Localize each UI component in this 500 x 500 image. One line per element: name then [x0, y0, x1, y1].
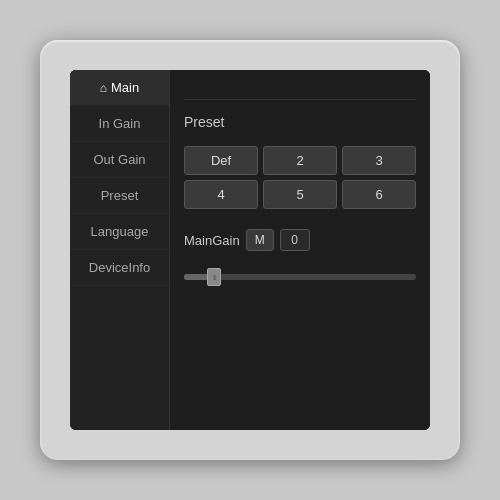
- preset-btn-def[interactable]: Def: [184, 146, 258, 175]
- preset-btn-4[interactable]: 4: [184, 180, 258, 209]
- sidebar-item-in-gain[interactable]: In Gain: [70, 106, 169, 142]
- top-bar: [184, 82, 416, 100]
- device-frame: ⌂ Main In Gain Out Gain Preset Language …: [40, 40, 460, 460]
- slider-thumb[interactable]: [207, 268, 221, 286]
- preset-btn-6[interactable]: 6: [342, 180, 416, 209]
- preset-section-label: Preset: [184, 114, 416, 130]
- preset-btn-3[interactable]: 3: [342, 146, 416, 175]
- preset-btn-2[interactable]: 2: [263, 146, 337, 175]
- main-content: Preset Def 2 3 4 5 6 MainGain M 0: [170, 70, 430, 430]
- preset-grid: Def 2 3 4 5 6: [184, 146, 416, 209]
- sidebar-item-main[interactable]: ⌂ Main: [70, 70, 169, 106]
- gain-label: MainGain: [184, 233, 240, 248]
- sidebar-label-preset: Preset: [101, 188, 139, 203]
- sidebar-item-language[interactable]: Language: [70, 214, 169, 250]
- gain-value: 0: [280, 229, 310, 251]
- slider-container[interactable]: [184, 267, 416, 287]
- sidebar: ⌂ Main In Gain Out Gain Preset Language …: [70, 70, 170, 430]
- gain-row: MainGain M 0: [184, 229, 416, 251]
- sidebar-item-out-gain[interactable]: Out Gain: [70, 142, 169, 178]
- sidebar-label-main: Main: [111, 80, 139, 95]
- sidebar-label-language: Language: [91, 224, 149, 239]
- screen: ⌂ Main In Gain Out Gain Preset Language …: [70, 70, 430, 430]
- sidebar-item-device-info[interactable]: DeviceInfo: [70, 250, 169, 286]
- sidebar-label-device-info: DeviceInfo: [89, 260, 150, 275]
- preset-btn-5[interactable]: 5: [263, 180, 337, 209]
- gain-m-button[interactable]: M: [246, 229, 274, 251]
- home-icon: ⌂: [100, 81, 107, 95]
- sidebar-label-out-gain: Out Gain: [93, 152, 145, 167]
- sidebar-label-in-gain: In Gain: [99, 116, 141, 131]
- sidebar-item-preset[interactable]: Preset: [70, 178, 169, 214]
